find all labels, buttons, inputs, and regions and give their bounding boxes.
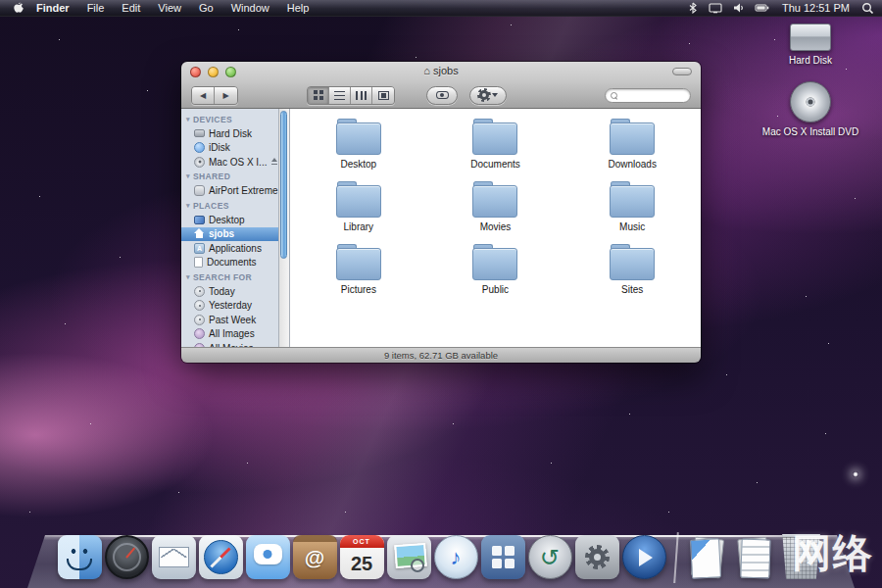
dock: @ OCT 25 ♪ ↺ bbox=[0, 517, 882, 588]
forward-button[interactable]: ▶ bbox=[215, 87, 237, 104]
search-input[interactable] bbox=[605, 88, 691, 103]
clock-icon bbox=[194, 315, 205, 325]
dock-ical-icon[interactable]: OCT 25 bbox=[340, 535, 384, 579]
column-view-icon bbox=[356, 91, 367, 100]
folder-item[interactable]: Sites bbox=[564, 244, 701, 307]
menu-clock[interactable]: Thu 12:51 PM bbox=[780, 2, 852, 14]
icon-view-button[interactable] bbox=[308, 87, 329, 104]
menu-file[interactable]: File bbox=[78, 0, 114, 17]
dock-documents-stack-icon[interactable] bbox=[684, 535, 728, 579]
sidebar-section-search-for[interactable]: ▾SEARCH FOR bbox=[181, 270, 278, 284]
eye-icon bbox=[436, 91, 449, 99]
window-chrome[interactable]: ⌂sjobs ◀ ▶ bbox=[181, 62, 701, 109]
folder-item[interactable]: Desktop bbox=[290, 119, 427, 181]
window-title: ⌂sjobs bbox=[181, 65, 701, 76]
dock-downloads-stack-icon[interactable] bbox=[731, 535, 775, 579]
sidebar-item-label: AirPort Extreme bbox=[209, 185, 278, 196]
dock-address-book-icon[interactable]: @ bbox=[293, 535, 337, 579]
dock-safari-icon[interactable] bbox=[199, 535, 243, 579]
sidebar-section-devices[interactable]: ▾DEVICES bbox=[181, 112, 278, 126]
ical-month-label: OCT bbox=[340, 535, 384, 548]
hard-disk-icon bbox=[194, 129, 205, 137]
dock-ichat-icon[interactable] bbox=[246, 535, 290, 579]
menu-window[interactable]: Window bbox=[222, 0, 278, 17]
places-header-label: PLACES bbox=[193, 201, 229, 211]
sidebar-scrollbar[interactable] bbox=[279, 109, 290, 347]
sidebar-item-all-images[interactable]: All Images bbox=[181, 327, 278, 342]
folder-item[interactable]: Music bbox=[564, 181, 701, 244]
applications-icon: A bbox=[194, 243, 205, 254]
folder-label: Desktop bbox=[340, 159, 376, 170]
quick-look-button[interactable] bbox=[426, 86, 458, 105]
toolbar-toggle-button[interactable] bbox=[672, 68, 692, 75]
sidebar-item-past-week[interactable]: Past Week bbox=[181, 313, 278, 327]
folder-label: Library bbox=[344, 221, 374, 232]
install-dvd-icon bbox=[790, 81, 831, 122]
folder-item[interactable]: Downloads bbox=[564, 119, 701, 181]
coverflow-view-button[interactable] bbox=[372, 87, 394, 104]
sidebar-item-airport-extreme[interactable]: AirPort Extreme bbox=[181, 184, 278, 199]
disc-icon bbox=[194, 157, 205, 168]
volume-icon[interactable] bbox=[732, 2, 745, 14]
watermark-text: 网络 bbox=[792, 526, 874, 580]
folder-item[interactable]: Documents bbox=[427, 119, 564, 181]
folder-grid: Desktop Documents Downloads Library Movi… bbox=[290, 109, 701, 347]
list-view-button[interactable] bbox=[329, 87, 351, 104]
sidebar-item-applications[interactable]: AApplications bbox=[181, 241, 278, 256]
menu-bar: Finder File Edit View Go Window Help Thu… bbox=[0, 0, 882, 17]
shared-header-label: SHARED bbox=[193, 172, 230, 181]
apple-menu[interactable] bbox=[8, 1, 27, 15]
at-glyph: @ bbox=[305, 546, 324, 569]
eject-icon[interactable] bbox=[270, 158, 278, 166]
menu-help[interactable]: Help bbox=[278, 0, 318, 17]
display-icon[interactable] bbox=[709, 2, 722, 14]
dock-front-row-icon[interactable] bbox=[622, 535, 666, 579]
folder-label: Downloads bbox=[608, 159, 656, 170]
sidebar-item-idisk[interactable]: iDisk bbox=[181, 141, 278, 156]
scrollbar-thumb[interactable] bbox=[280, 111, 287, 259]
folder-item[interactable]: Pictures bbox=[290, 244, 427, 307]
sidebar-item-today[interactable]: Today bbox=[181, 284, 278, 299]
sidebar-section-places[interactable]: ▾PLACES bbox=[181, 198, 278, 213]
battery-icon[interactable] bbox=[755, 2, 770, 14]
menu-finder[interactable]: Finder bbox=[27, 0, 78, 17]
window-title-text: sjobs bbox=[433, 65, 459, 76]
devices-header-label: DEVICES bbox=[193, 115, 232, 124]
menu-go[interactable]: Go bbox=[190, 0, 222, 17]
dock-spaces-icon[interactable] bbox=[481, 535, 525, 579]
sidebar-item-yesterday[interactable]: Yesterday bbox=[181, 299, 278, 314]
ical-day-label: 25 bbox=[340, 548, 384, 579]
folder-icon bbox=[610, 248, 655, 280]
folder-item[interactable]: Library bbox=[290, 181, 427, 244]
dock-system-preferences-icon[interactable] bbox=[575, 535, 619, 579]
sidebar-item-documents[interactable]: Documents bbox=[181, 256, 278, 270]
action-button[interactable] bbox=[469, 86, 507, 105]
dock-mail-icon[interactable] bbox=[152, 535, 196, 579]
sidebar-item-install-disc[interactable]: Mac OS X I... bbox=[181, 155, 278, 170]
folder-item[interactable]: Movies bbox=[427, 181, 564, 244]
sidebar-item-label: Applications bbox=[209, 243, 262, 254]
dock-time-machine-icon[interactable]: ↺ bbox=[528, 535, 572, 579]
search-for-header-label: SEARCH FOR bbox=[193, 272, 252, 282]
back-button[interactable]: ◀ bbox=[192, 87, 215, 104]
folder-item[interactable]: Public bbox=[427, 244, 564, 307]
sidebar-item-label: All Images bbox=[209, 328, 255, 339]
dock-preview-icon[interactable] bbox=[387, 535, 431, 579]
sidebar-item-desktop[interactable]: Desktop bbox=[181, 213, 278, 227]
dock-dashboard-icon[interactable] bbox=[105, 535, 149, 579]
sidebar-item-hard-disk[interactable]: Hard Disk bbox=[181, 126, 278, 141]
sidebar-section-shared[interactable]: ▾SHARED bbox=[181, 170, 278, 184]
dock-finder-icon[interactable] bbox=[58, 535, 102, 579]
spotlight-icon[interactable] bbox=[861, 2, 874, 15]
bluetooth-icon[interactable] bbox=[687, 2, 699, 14]
desktop-icon-hard-disk[interactable]: Hard Disk bbox=[789, 24, 832, 66]
desktop-icon-install-dvd[interactable]: Mac OS X Install DVD bbox=[762, 81, 858, 137]
menu-edit[interactable]: Edit bbox=[113, 0, 149, 17]
column-view-button[interactable] bbox=[351, 87, 372, 104]
folder-icon bbox=[336, 122, 381, 155]
status-text: 9 items, 62.71 GB available bbox=[384, 350, 498, 361]
sidebar-item-sjobs[interactable]: sjobs bbox=[181, 227, 278, 242]
dock-itunes-icon[interactable]: ♪ bbox=[434, 535, 478, 579]
menu-view[interactable]: View bbox=[149, 0, 190, 17]
gear-icon bbox=[589, 549, 606, 565]
